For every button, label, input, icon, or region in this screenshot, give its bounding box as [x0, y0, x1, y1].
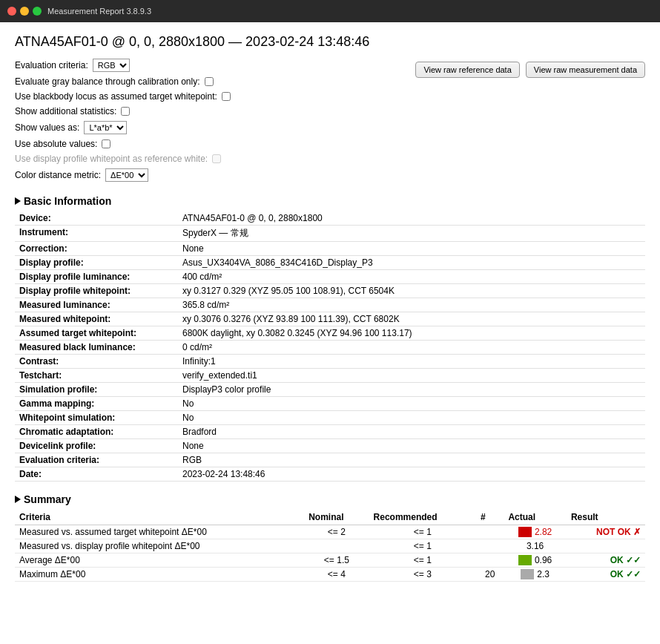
show-values-select[interactable]: L*a*b* [84, 121, 127, 134]
summary-col-header: Result [567, 510, 645, 525]
summary-col-header: Criteria [15, 510, 304, 525]
summary-recommended: <= 1 [369, 539, 476, 553]
view-reference-btn[interactable]: View raw reference data [415, 62, 519, 78]
actual-swatch-green [518, 555, 532, 565]
row-value: No [178, 397, 645, 411]
summary-result: OK ✓✓ [567, 553, 645, 568]
additional-stats-label: Show additional statistics: [15, 106, 116, 116]
display-profile-checkbox[interactable] [212, 154, 221, 163]
table-row: Display profile luminance: 400 cd/m² [15, 270, 645, 284]
summary-count: 20 [476, 568, 504, 582]
row-label: Whitepoint simulation: [15, 411, 178, 425]
maximize-button[interactable] [33, 7, 42, 16]
table-row: Device: ATNA45AF01-0 @ 0, 0, 2880x1800 [15, 211, 645, 226]
gray-balance-checkbox[interactable] [205, 77, 214, 86]
row-label: Date: [15, 467, 178, 482]
summary-result: OK ✓✓ [567, 568, 645, 582]
summary-nominal: <= 1.5 [304, 553, 369, 568]
summary-count [476, 539, 504, 553]
summary-actual: 2.82 [504, 525, 567, 539]
blackbody-checkbox[interactable] [222, 92, 231, 101]
summary-criteria: Maximum ΔE*00 [15, 568, 304, 582]
absolute-values-checkbox[interactable] [102, 139, 110, 148]
table-row: Contrast: Infinity:1 [15, 355, 645, 369]
row-value: 2023-02-24 13:48:46 [178, 467, 645, 482]
display-profile-label: Use display profile whitepoint as refere… [15, 154, 208, 164]
row-label: Measured black luminance: [15, 341, 178, 355]
color-distance-select[interactable]: ΔE*00 [105, 168, 148, 182]
row-value: 400 cd/m² [178, 270, 645, 284]
table-row: Assumed target whitepoint: 6800K dayligh… [15, 326, 645, 341]
summary-title: Summary [15, 493, 645, 505]
triangle-icon [15, 197, 21, 205]
basic-info-table: Device: ATNA45AF01-0 @ 0, 0, 2880x1800 I… [15, 211, 645, 482]
minimize-button[interactable] [20, 7, 29, 16]
row-value: Asus_UX3404VA_8086_834C416D_Display_P3 [178, 256, 645, 270]
row-label: Display profile: [15, 256, 178, 270]
absolute-values-row: Use absolute values: [15, 139, 231, 149]
actual-swatch-red [518, 527, 532, 537]
evaluation-criteria-select[interactable]: RGB [93, 59, 130, 72]
table-row: Evaluation criteria: RGB [15, 453, 645, 467]
row-label: Contrast: [15, 355, 178, 369]
row-value: 6800K daylight, xy 0.3082 0.3245 (XYZ 94… [178, 326, 645, 341]
blackbody-label: Use blackbody locus as assumed target wh… [15, 91, 217, 102]
summary-nominal: <= 4 [304, 568, 369, 582]
row-value: verify_extended.ti1 [178, 369, 645, 383]
table-row: Gamma mapping: No [15, 397, 645, 411]
main-content: ATNA45AF01-0 @ 0, 0, 2880x1800 — 2023-02… [0, 22, 660, 644]
summary-result [567, 539, 645, 553]
summary-col-header: Nominal [304, 510, 369, 525]
summary-recommended: <= 3 [369, 568, 476, 582]
view-measurement-btn[interactable]: View raw measurement data [526, 62, 645, 78]
app-title: Measurement Report 3.8.9.3 [47, 7, 151, 16]
color-distance-label: Color distance metric: [15, 170, 101, 180]
absolute-values-label: Use absolute values: [15, 139, 97, 149]
row-label: Evaluation criteria: [15, 453, 178, 467]
table-row: Correction: None [15, 242, 645, 256]
summary-col-header: Actual [504, 510, 567, 525]
blackbody-row: Use blackbody locus as assumed target wh… [15, 91, 231, 102]
row-value: No [178, 411, 645, 425]
table-row: Chromatic adaptation: Bradford [15, 425, 645, 439]
title-bar: Measurement Report 3.8.9.3 [0, 0, 660, 22]
table-row: Measured whitepoint: xy 0.3076 0.3276 (X… [15, 312, 645, 326]
row-label: Correction: [15, 242, 178, 256]
summary-nominal [304, 539, 369, 553]
row-label: Measured luminance: [15, 298, 178, 312]
row-value: DisplayP3 color profile [178, 383, 645, 397]
table-row: Display profile: Asus_UX3404VA_8086_834C… [15, 256, 645, 270]
row-value: RGB [178, 453, 645, 467]
summary-count [476, 525, 504, 539]
table-row: Simulation profile: DisplayP3 color prof… [15, 383, 645, 397]
summary-col-header: Recommended [369, 510, 476, 525]
table-row: Instrument: SpyderX — 常规 [15, 226, 645, 242]
window-controls[interactable] [7, 7, 42, 16]
show-values-row: Show values as: L*a*b* [15, 121, 231, 134]
row-value: Infinity:1 [178, 355, 645, 369]
summary-actual: 3.16 [504, 539, 567, 553]
summary-table: CriteriaNominalRecommended#ActualResult … [15, 510, 645, 582]
row-label: Display profile luminance: [15, 270, 178, 284]
evaluation-criteria-label: Evaluation criteria: [15, 60, 88, 70]
close-button[interactable] [7, 7, 16, 16]
row-label: Devicelink profile: [15, 439, 178, 453]
row-value: 365.8 cd/m² [178, 298, 645, 312]
summary-row: Maximum ΔE*00<= 4<= 3202.3OK ✓✓ [15, 568, 645, 582]
color-distance-row: Color distance metric: ΔE*00 [15, 168, 231, 182]
triangle-icon-2 [15, 496, 21, 503]
row-label: Chromatic adaptation: [15, 425, 178, 439]
actual-value: 2.3 [537, 569, 550, 579]
gray-balance-label: Evaluate gray balance through calibratio… [15, 76, 200, 87]
additional-stats-checkbox[interactable] [121, 107, 130, 116]
table-row: Display profile whitepoint: xy 0.3127 0.… [15, 284, 645, 298]
basic-info-title: Basic Information [15, 195, 645, 207]
row-value: xy 0.3076 0.3276 (XYZ 93.89 100 111.39),… [178, 312, 645, 326]
gray-balance-row: Evaluate gray balance through calibratio… [15, 76, 231, 87]
actual-value: 2.82 [535, 527, 552, 537]
summary-actual: 0.96 [504, 553, 567, 568]
row-label: Instrument: [15, 226, 178, 242]
row-label: Testchart: [15, 369, 178, 383]
summary-criteria: Measured vs. assumed target whitepoint Δ… [15, 525, 304, 539]
summary-count [476, 553, 504, 568]
